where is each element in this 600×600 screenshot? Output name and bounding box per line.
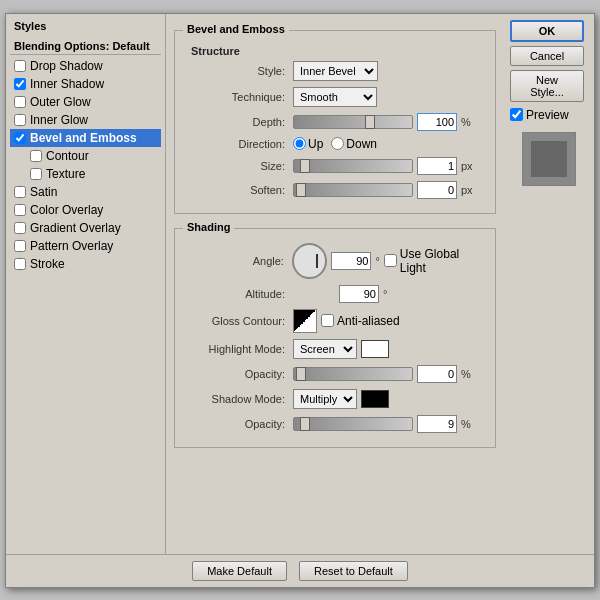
highlight-color-swatch[interactable] — [361, 340, 389, 358]
gloss-contour-thumb[interactable] — [293, 309, 317, 333]
highlight-opacity-slider[interactable] — [293, 367, 413, 381]
soften-thumb[interactable] — [296, 183, 306, 197]
size-input[interactable]: 1 — [417, 157, 457, 175]
sidebar-item-pattern-overlay[interactable]: Pattern Overlay — [10, 237, 161, 255]
sidebar-checkbox-texture[interactable] — [30, 168, 42, 180]
technique-select[interactable]: Smooth Chisel Hard Chisel Soft — [293, 87, 377, 107]
left-panel: Styles Blending Options: Default Drop Sh… — [6, 14, 166, 554]
shadow-mode-select[interactable]: Multiply Normal Screen — [293, 389, 357, 409]
size-thumb[interactable] — [300, 159, 310, 173]
sidebar-item-drop-shadow[interactable]: Drop Shadow — [10, 57, 161, 75]
sidebar-item-satin[interactable]: Satin — [10, 183, 161, 201]
sidebar-label-texture: Texture — [46, 167, 85, 181]
cancel-button[interactable]: Cancel — [510, 46, 584, 66]
soften-slider[interactable] — [293, 183, 413, 197]
shadow-opacity-input[interactable]: 9 — [417, 415, 457, 433]
depth-thumb[interactable] — [365, 115, 375, 129]
anti-aliased-checkbox[interactable] — [321, 314, 334, 327]
altitude-input[interactable]: 90 — [339, 285, 379, 303]
angle-dial[interactable] — [292, 243, 328, 279]
direction-up-option[interactable]: Up — [293, 137, 323, 151]
sidebar-item-color-overlay[interactable]: Color Overlay — [10, 201, 161, 219]
global-light-option[interactable]: Use Global Light — [384, 247, 487, 275]
direction-down-radio[interactable] — [331, 137, 344, 150]
sidebar-label-contour: Contour — [46, 149, 89, 163]
sidebar-item-outer-glow[interactable]: Outer Glow — [10, 93, 161, 111]
anti-aliased-label: Anti-aliased — [337, 314, 400, 328]
reset-to-default-button[interactable]: Reset to Default — [299, 561, 408, 581]
highlight-opacity-unit: % — [461, 368, 471, 380]
make-default-button[interactable]: Make Default — [192, 561, 287, 581]
shadow-color-swatch[interactable] — [361, 390, 389, 408]
highlight-mode-label: Highlight Mode: — [183, 343, 293, 355]
anti-aliased-option[interactable]: Anti-aliased — [321, 314, 400, 328]
highlight-opacity-thumb[interactable] — [296, 367, 306, 381]
soften-input[interactable]: 0 — [417, 181, 457, 199]
preview-checkbox[interactable] — [510, 108, 523, 121]
depth-input[interactable]: 100 — [417, 113, 457, 131]
sidebar-checkbox-bevel-and-emboss[interactable] — [14, 132, 26, 144]
gloss-row: Gloss Contour: Anti-aliased — [183, 309, 487, 333]
preview-option[interactable]: Preview — [510, 108, 588, 122]
sidebar-item-bevel-and-emboss[interactable]: Bevel and Emboss — [10, 129, 161, 147]
direction-up-radio[interactable] — [293, 137, 306, 150]
bevel-section-label: Bevel and Emboss — [183, 23, 289, 35]
depth-control: 100 % — [293, 113, 471, 131]
sidebar-checkbox-inner-shadow[interactable] — [14, 78, 26, 90]
gloss-control: Anti-aliased — [293, 309, 400, 333]
sidebar-item-inner-shadow[interactable]: Inner Shadow — [10, 75, 161, 93]
style-select[interactable]: Inner Bevel Outer Bevel Emboss — [293, 61, 378, 81]
bevel-emboss-section: Bevel and Emboss Structure Style: Inner … — [174, 30, 496, 214]
main-area: Bevel and Emboss Structure Style: Inner … — [166, 14, 504, 554]
highlight-opacity-row: Opacity: 0 % — [183, 365, 487, 383]
global-light-checkbox[interactable] — [384, 254, 397, 267]
size-label: Size: — [183, 160, 293, 172]
depth-row: Depth: 100 % — [183, 113, 487, 131]
sidebar-checkbox-drop-shadow[interactable] — [14, 60, 26, 72]
shadow-opacity-slider[interactable] — [293, 417, 413, 431]
highlight-mode-select[interactable]: Screen Normal Multiply — [293, 339, 357, 359]
sidebar-checkbox-contour[interactable] — [30, 150, 42, 162]
panel-title: Styles — [10, 18, 161, 34]
sidebar-item-contour[interactable]: Contour — [10, 147, 161, 165]
sidebar-checkbox-stroke[interactable] — [14, 258, 26, 270]
sidebar-checkbox-outer-glow[interactable] — [14, 96, 26, 108]
direction-down-option[interactable]: Down — [331, 137, 377, 151]
ok-button[interactable]: OK — [510, 20, 584, 42]
shading-label: Shading — [183, 221, 234, 233]
direction-row: Direction: Up Down — [183, 137, 487, 151]
technique-label: Technique: — [183, 91, 293, 103]
highlight-opacity-label: Opacity: — [183, 368, 293, 380]
shadow-mode-label: Shadow Mode: — [183, 393, 293, 405]
sidebar-checkbox-inner-glow[interactable] — [14, 114, 26, 126]
depth-label: Depth: — [183, 116, 293, 128]
sidebar-checkbox-satin[interactable] — [14, 186, 26, 198]
dial-needle — [316, 254, 318, 268]
layer-style-dialog: Styles Blending Options: Default Drop Sh… — [5, 13, 595, 588]
sidebar-label-inner-shadow: Inner Shadow — [30, 77, 104, 91]
new-style-button[interactable]: New Style... — [510, 70, 584, 102]
preview-box — [522, 132, 576, 186]
angle-control: 90 ° Use Global Light — [292, 243, 487, 279]
shadow-opacity-thumb[interactable] — [300, 417, 310, 431]
angle-input[interactable]: 90 — [331, 252, 371, 270]
angle-label: Angle: — [183, 255, 292, 267]
altitude-degree: ° — [383, 288, 387, 300]
depth-slider[interactable] — [293, 115, 413, 129]
gloss-label: Gloss Contour: — [183, 315, 293, 327]
soften-unit: px — [461, 184, 473, 196]
sidebar-item-stroke[interactable]: Stroke — [10, 255, 161, 273]
sidebar-checkbox-pattern-overlay[interactable] — [14, 240, 26, 252]
soften-row: Soften: 0 px — [183, 181, 487, 199]
sidebar-item-texture[interactable]: Texture — [10, 165, 161, 183]
sidebar-checkbox-color-overlay[interactable] — [14, 204, 26, 216]
size-slider[interactable] — [293, 159, 413, 173]
structure-label: Structure — [183, 45, 487, 57]
sidebar-checkbox-gradient-overlay[interactable] — [14, 222, 26, 234]
sidebar-label-stroke: Stroke — [30, 257, 65, 271]
sidebar-item-inner-glow[interactable]: Inner Glow — [10, 111, 161, 129]
sidebar-item-gradient-overlay[interactable]: Gradient Overlay — [10, 219, 161, 237]
highlight-opacity-input[interactable]: 0 — [417, 365, 457, 383]
direction-up-label: Up — [308, 137, 323, 151]
size-unit: px — [461, 160, 473, 172]
